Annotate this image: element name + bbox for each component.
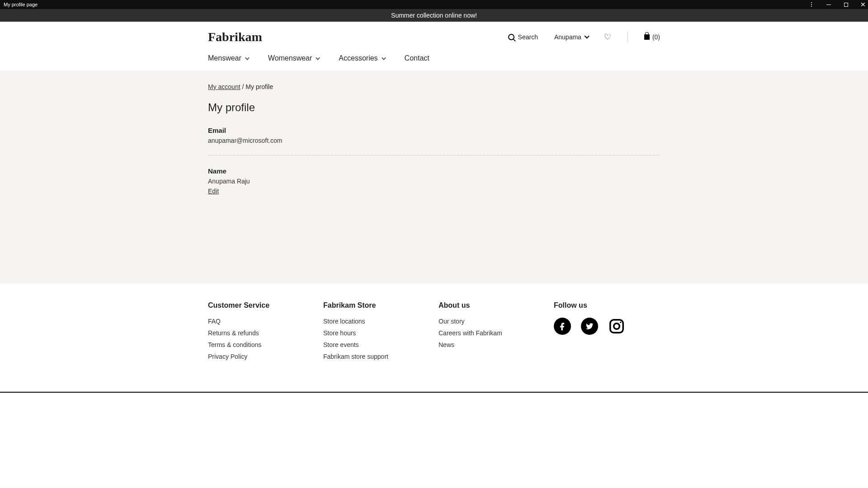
edit-name-link[interactable]: Edit: [208, 188, 219, 195]
site-header: Fabrikam Search Anupama ♡ (0) Menswear W…: [208, 22, 660, 70]
main-nav: Menswear Womenswear Accessories Contact: [208, 44, 660, 70]
divider: [627, 32, 628, 42]
breadcrumb-separator: /: [241, 83, 246, 90]
account-menu[interactable]: Anupama: [554, 33, 588, 41]
twitter-icon[interactable]: [581, 318, 598, 335]
footer-heading: About us: [439, 301, 545, 310]
announcement-banner: Summer collection online now!: [0, 9, 868, 22]
site-footer: Customer Service FAQ Returns & refunds T…: [0, 283, 868, 392]
email-label: Email: [208, 127, 660, 134]
nav-womenswear[interactable]: Womenswear: [268, 54, 319, 62]
footer-customer-service: Customer Service FAQ Returns & refunds T…: [208, 301, 314, 365]
cart-button[interactable]: (0): [644, 33, 660, 41]
footer-link-terms[interactable]: Terms & conditions: [208, 341, 314, 348]
maximize-button[interactable]: [843, 1, 849, 8]
svg-point-1: [614, 324, 620, 329]
bottom-border: [0, 392, 868, 393]
footer-store: Fabrikam Store Store locations Store hou…: [323, 301, 429, 365]
account-name: Anupama: [554, 33, 581, 41]
search-label: Search: [518, 33, 538, 41]
footer-link-careers[interactable]: Careers with Fabrikam: [439, 329, 545, 337]
minimize-button[interactable]: [826, 1, 832, 8]
footer-link-locations[interactable]: Store locations: [323, 318, 429, 325]
header-actions: Search Anupama ♡ (0): [508, 32, 660, 42]
svg-rect-0: [610, 320, 623, 333]
name-value: Anupama Raju: [208, 178, 660, 185]
footer-link-events[interactable]: Store events: [323, 341, 429, 348]
footer-link-hours[interactable]: Store hours: [323, 329, 429, 337]
search-icon: [508, 34, 514, 40]
section-divider: [208, 155, 660, 155]
footer-link-faq[interactable]: FAQ: [208, 318, 314, 325]
wishlist-button[interactable]: ♡: [604, 32, 611, 42]
cart-count: (0): [652, 33, 660, 41]
breadcrumb-current: My profile: [245, 83, 273, 90]
nav-accessories[interactable]: Accessories: [339, 54, 384, 62]
chevron-down-icon: [382, 56, 386, 60]
email-value: anupamar@microsoft.com: [208, 137, 660, 144]
site-logo[interactable]: Fabrikam: [208, 30, 262, 44]
window-titlebar: My profile page ✕: [0, 0, 868, 9]
facebook-icon[interactable]: [554, 318, 571, 335]
footer-link-news[interactable]: News: [439, 341, 545, 348]
footer-link-returns[interactable]: Returns & refunds: [208, 329, 314, 337]
page-title: My profile: [208, 101, 660, 114]
more-icon[interactable]: [808, 1, 815, 8]
email-section: Email anupamar@microsoft.com: [208, 127, 660, 151]
main-content: My account / My profile My profile Email…: [0, 70, 868, 283]
nav-label: Womenswear: [268, 54, 312, 62]
footer-link-support[interactable]: Fabrikam store support: [323, 353, 429, 360]
chevron-down-icon: [316, 56, 320, 60]
window-title: My profile page: [4, 2, 38, 7]
nav-contact[interactable]: Contact: [405, 54, 429, 62]
search-button[interactable]: Search: [508, 33, 538, 41]
footer-follow: Follow us: [554, 301, 660, 365]
nav-label: Contact: [405, 54, 429, 62]
nav-label: Menswear: [208, 54, 241, 62]
nav-label: Accessories: [339, 54, 377, 62]
nav-menswear[interactable]: Menswear: [208, 54, 248, 62]
footer-link-story[interactable]: Our story: [439, 318, 545, 325]
breadcrumb-my-account[interactable]: My account: [208, 83, 241, 90]
name-label: Name: [208, 167, 660, 175]
chevron-down-icon: [245, 56, 250, 60]
footer-link-privacy[interactable]: Privacy Policy: [208, 353, 314, 360]
footer-about: About us Our story Careers with Fabrikam…: [439, 301, 545, 365]
svg-point-2: [620, 322, 621, 323]
footer-heading: Follow us: [554, 301, 660, 310]
chevron-down-icon: [584, 33, 589, 38]
footer-heading: Customer Service: [208, 301, 314, 310]
close-button[interactable]: ✕: [860, 1, 866, 8]
footer-heading: Fabrikam Store: [323, 301, 429, 310]
window-controls: ✕: [808, 1, 866, 8]
name-section: Name Anupama Raju Edit: [208, 167, 660, 202]
breadcrumb: My account / My profile: [208, 83, 660, 90]
bag-icon: [644, 34, 650, 40]
instagram-icon[interactable]: [608, 318, 625, 335]
